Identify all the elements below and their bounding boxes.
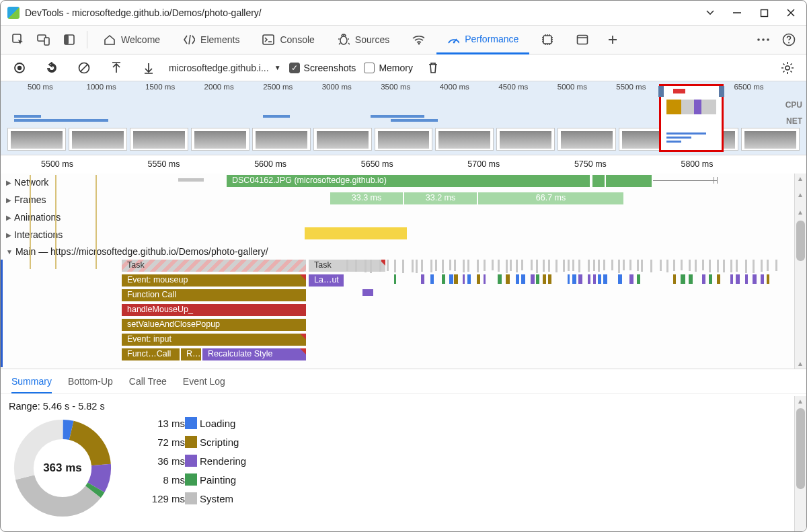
inspect-icon[interactable]	[6, 28, 30, 52]
frame-bar[interactable]: 66.7 ms	[478, 192, 623, 204]
tab-memory-panel[interactable]	[531, 25, 564, 54]
network-request-bar[interactable]	[606, 175, 652, 187]
svg-rect-1	[761, 9, 767, 16]
reload-icon[interactable]	[40, 56, 64, 80]
device-toggle-icon[interactable]	[32, 28, 56, 52]
svg-point-9	[418, 43, 420, 45]
recording-select[interactable]: microsoftedge.github.i... ▼	[169, 63, 281, 73]
flame-call2[interactable]: Funct…Call	[122, 348, 180, 360]
interaction-bar[interactable]	[305, 227, 407, 239]
summary-donut: 363 ms	[11, 417, 114, 519]
tab-eventlog[interactable]: Event Log	[183, 376, 225, 387]
flame-recalc[interactable]: Recalculate Style	[202, 348, 306, 360]
details-tabs: Summary Bottom-Up Call Tree Event Log	[1, 369, 806, 394]
tab-label: Elements	[200, 34, 239, 45]
more-icon[interactable]	[751, 28, 775, 52]
svg-point-20	[17, 65, 22, 69]
scroll-thumb[interactable]	[796, 408, 805, 489]
gauge-icon	[447, 33, 459, 45]
home-icon	[104, 34, 116, 46]
selection-handle-right[interactable]	[719, 86, 724, 97]
scroll-thumb[interactable]	[796, 221, 805, 261]
summary-legend: 13 msLoading72 msScripting36 msRendering…	[138, 417, 246, 504]
svg-point-10	[453, 41, 455, 43]
window-title: DevTools - microsoftedge.github.io/Demos…	[25, 7, 262, 18]
flame-call[interactable]: Function Call	[122, 289, 306, 301]
chip-icon	[541, 34, 553, 46]
wifi-icon	[412, 34, 424, 46]
svg-point-16	[767, 38, 769, 41]
donut-total: 363 ms	[11, 417, 114, 519]
scrollbar-vertical[interactable]: ▲ ▲ ▲ ▲	[794, 174, 806, 369]
svg-point-15	[762, 38, 765, 41]
trash-icon[interactable]	[421, 56, 445, 80]
flame-handle[interactable]: handleMouseUp_	[122, 304, 306, 316]
minimize-icon[interactable]	[732, 8, 742, 17]
tab-network-cond[interactable]	[401, 25, 435, 54]
network-request-bar[interactable]: DSC04162.JPG (microsoftedge.github.io)	[227, 175, 590, 187]
network-request-bar[interactable]	[592, 175, 605, 187]
tab-application[interactable]	[566, 25, 599, 54]
frame-bar[interactable]: 33.3 ms	[330, 192, 403, 204]
bug-icon	[338, 34, 350, 46]
tab-calltree[interactable]: Call Tree	[129, 376, 167, 387]
svg-point-18	[788, 42, 790, 44]
gear-icon[interactable]	[775, 56, 800, 80]
flame-mini[interactable]	[362, 289, 373, 296]
flame-evtinput[interactable]: Event: input	[122, 334, 306, 346]
summary-range: Range: 5.46 s - 5.82 s	[1, 394, 806, 414]
frame-bar[interactable]: 33.2 ms	[404, 192, 477, 204]
tab-elements[interactable]: Elements	[172, 25, 250, 54]
svg-rect-12	[578, 36, 588, 44]
tab-label: Console	[280, 34, 314, 45]
dock-side-icon[interactable]	[57, 28, 81, 52]
flame-chart[interactable]: ▶Network DSC04162.JPG (microsoftedge.git…	[1, 174, 806, 369]
clear-icon[interactable]	[72, 56, 96, 80]
screenshots-checkbox[interactable]: ✓Screenshots	[289, 63, 356, 73]
memory-checkbox[interactable]: Memory	[364, 63, 413, 73]
tab-console[interactable]: Console	[252, 25, 325, 54]
net-tail	[653, 180, 717, 181]
flame-r[interactable]: R…	[181, 348, 201, 360]
svg-rect-6	[65, 35, 69, 44]
main-gutter	[1, 260, 122, 367]
help-icon[interactable]	[777, 28, 801, 52]
perf-toolbar: microsoftedge.github.i... ▼ ✓Screenshots…	[1, 54, 806, 81]
timeline-overview[interactable]: 500 ms1000 ms1500 ms2000 ms2500 ms3000 m…	[1, 81, 806, 155]
record-icon[interactable]	[7, 56, 32, 80]
tab-bottomup[interactable]: Bottom-Up	[68, 376, 113, 387]
detail-ruler: 5500 ms5550 ms5600 ms5650 ms5700 ms5750 …	[1, 155, 806, 174]
cpu-label: CPU	[785, 100, 802, 110]
main-lane[interactable]: Task Task Event: mouseup La…ut Function …	[122, 260, 806, 367]
overview-net-bars	[14, 115, 726, 123]
recording-name: microsoftedge.github.i...	[169, 63, 269, 73]
close-icon[interactable]	[786, 8, 796, 17]
tab-label: Performance	[465, 34, 518, 44]
maximize-icon[interactable]	[759, 8, 769, 17]
overview-sparkline	[666, 100, 716, 114]
upload-icon[interactable]	[104, 56, 128, 80]
dropdown-arrow-icon: ▼	[274, 64, 281, 71]
scrollbar-vertical[interactable]: ▲	[794, 396, 806, 531]
add-tab-icon[interactable]	[601, 28, 625, 52]
overview-selection[interactable]	[659, 84, 724, 152]
details-panel: Summary Bottom-Up Call Tree Event Log Ra…	[1, 369, 806, 531]
tab-sources[interactable]: Sources	[327, 25, 400, 54]
svg-rect-11	[543, 36, 551, 44]
tab-welcome[interactable]: Welcome	[93, 25, 171, 54]
selection-handle-left[interactable]	[658, 86, 664, 97]
flame-setval[interactable]: setValueAndClosePopup	[122, 319, 306, 331]
checkbox-label: Screenshots	[304, 63, 356, 73]
tab-summary[interactable]: Summary	[11, 376, 52, 393]
net-label: NET	[786, 116, 802, 126]
tab-label: Sources	[355, 34, 389, 45]
svg-point-8	[340, 36, 347, 44]
svg-line-22	[81, 65, 87, 71]
download-icon[interactable]	[137, 56, 161, 80]
window-titlebar: DevTools - microsoftedge.github.io/Demos…	[1, 1, 806, 25]
tab-performance[interactable]: Performance	[436, 25, 529, 54]
net-tail	[178, 178, 204, 182]
svg-point-14	[757, 38, 760, 41]
chevron-down-icon[interactable]	[705, 8, 715, 17]
tab-label: Welcome	[121, 34, 160, 45]
